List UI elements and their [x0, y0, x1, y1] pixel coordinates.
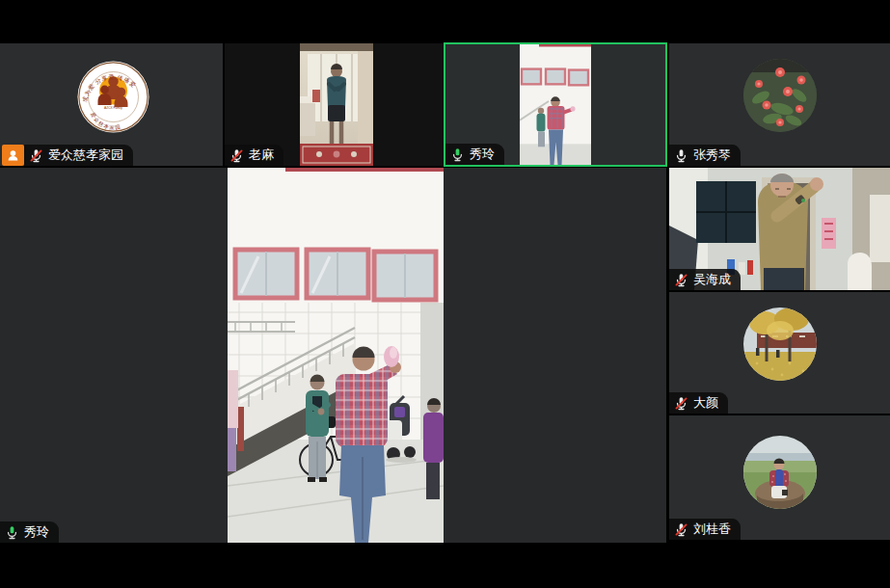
mic-muted-icon	[674, 273, 688, 287]
name-tag: 吴海成	[669, 269, 741, 290]
video-tile-liuguixiang[interactable]: 刘桂香	[669, 415, 890, 540]
ceiling	[300, 43, 373, 51]
mic-muted-icon	[674, 396, 688, 411]
name-tag: 大颜	[669, 392, 728, 414]
participant-name: 吴海成	[693, 269, 731, 290]
mic-active-icon	[5, 525, 19, 540]
logo-center-caption: AZCX Family	[104, 106, 122, 110]
sofa	[300, 103, 315, 136]
participant-name: 张秀琴	[693, 145, 731, 166]
roof-trim	[285, 168, 444, 172]
participant-name: 大颜	[693, 392, 718, 414]
main-stage-tile-xiuling[interactable]: 秀玲	[0, 168, 666, 543]
avatar-autumn-trees	[743, 307, 817, 381]
video-tile-laoma[interactable]: 老麻	[225, 43, 444, 166]
name-tag: 秀玲	[0, 521, 59, 543]
name-tag: 刘桂香	[669, 519, 741, 540]
pink-poster	[822, 218, 836, 249]
mic-on-icon	[674, 148, 688, 163]
name-tag: 老麻	[225, 145, 283, 166]
building-windows	[235, 250, 436, 300]
participant-name: 秀玲	[24, 521, 49, 543]
video-feed-indoor-room	[300, 43, 373, 166]
fridge	[870, 195, 890, 262]
building-windows	[522, 69, 588, 86]
video-feed-outdoor-large	[228, 168, 444, 543]
person-badge-icon	[2, 145, 24, 166]
mic-muted-icon	[229, 148, 244, 163]
video-tile-xiuling-preview[interactable]: 秀玲	[444, 42, 667, 167]
mic-muted-icon	[29, 148, 43, 163]
video-tile-zhangxiuqin[interactable]: 张秀琴	[669, 43, 890, 166]
name-tag: 爱众慈孝家园	[24, 145, 133, 166]
video-tile-dayan[interactable]: 大颜	[669, 292, 890, 414]
azcx-logo: 成为爱 分享爱 传播爱 爱众慈孝家园 AZCX Family	[77, 61, 149, 133]
mic-active-icon	[450, 147, 465, 162]
video-tile-azcx-home[interactable]: 成为爱 分享爱 传播爱 爱众慈孝家园 AZCX Family 爱众慈孝家园	[0, 43, 223, 166]
mic-muted-icon	[674, 522, 688, 537]
name-tag: 张秀琴	[669, 145, 741, 166]
leaf-covered-ground	[743, 352, 817, 381]
name-tag: 秀玲	[445, 144, 504, 165]
red-door	[237, 407, 244, 451]
red-cloth	[312, 90, 320, 102]
avatar-flowers	[743, 59, 817, 132]
video-tile-wuhaicheng[interactable]: 吴海成	[669, 168, 890, 290]
participant-name: 秀玲	[470, 144, 495, 165]
bottom-bar	[0, 543, 890, 588]
patterned-rug	[300, 144, 373, 166]
participant-name: 爱众慈孝家园	[48, 145, 123, 166]
video-feed-outdoor-preview	[520, 44, 591, 165]
white-bag	[848, 253, 872, 290]
top-bar	[0, 0, 890, 43]
participant-name: 刘桂香	[693, 519, 731, 540]
participant-name: 老麻	[249, 145, 274, 166]
avatar-grassland	[743, 436, 817, 509]
